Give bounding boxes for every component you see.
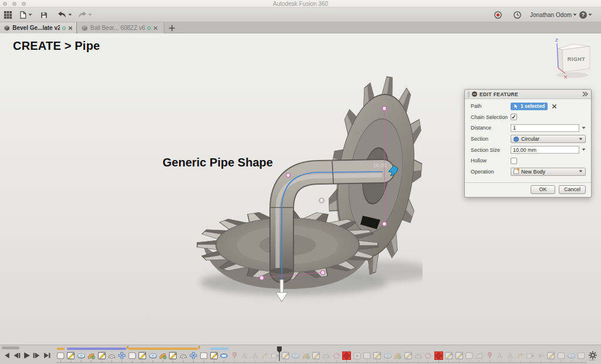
ok-button[interactable]: OK	[531, 185, 555, 194]
timeline-item-pin[interactable]	[485, 351, 494, 360]
record-button[interactable]	[494, 10, 502, 20]
timeline-item-dome[interactable]	[107, 351, 116, 360]
sketch-point[interactable]	[260, 276, 264, 280]
save-button[interactable]	[40, 10, 48, 20]
timeline-item-pattern[interactable]	[189, 351, 198, 360]
data-panel-toggle-button[interactable]	[4, 10, 12, 20]
timeline-item-leftArrow[interactable]	[536, 351, 545, 360]
new-tab-button[interactable]	[168, 24, 176, 32]
timeline-item-box[interactable]	[200, 351, 208, 360]
timeline-item-link[interactable]	[220, 351, 228, 360]
viewcube-face-label[interactable]: RIGHT	[568, 56, 586, 62]
timeline-track[interactable]: //////	[0, 345, 601, 364]
timeline-item-sketch[interactable]	[404, 351, 413, 360]
redo-button[interactable]	[77, 10, 92, 20]
timeline-item-dome[interactable]	[179, 351, 188, 360]
timeline-item-pattern[interactable]	[117, 351, 126, 360]
timeline-settings-button[interactable]	[588, 351, 597, 360]
timeline-group-bar[interactable]	[129, 348, 198, 350]
timeline-item-thread[interactable]	[516, 351, 525, 360]
operation-select[interactable]: New Body	[511, 168, 586, 176]
section-select[interactable]: Circular	[511, 135, 586, 143]
timeline-item-sweep[interactable]	[302, 351, 310, 360]
timeline-item-sketch[interactable]	[66, 351, 75, 360]
timeline-group-bar[interactable]	[210, 348, 228, 350]
timeline-item-jointA[interactable]	[495, 351, 504, 360]
dialog-header[interactable]: EDIT FEATURE	[465, 90, 591, 99]
close-icon[interactable]	[68, 26, 73, 30]
document-tabbar: Bevel Ge...late v2* Ball Bear... 608ZZ v…	[0, 22, 601, 33]
field-label: Distance	[471, 125, 491, 131]
hollow-row: Hollow	[465, 155, 591, 166]
timeline-item-jointA[interactable]	[506, 351, 515, 360]
path-selection-chip[interactable]: 1 selected	[511, 103, 548, 110]
collapse-circle-icon[interactable]	[472, 91, 477, 97]
tab-bevel-gear[interactable]: Bevel Ge...late v2*	[0, 22, 77, 33]
timeline-item-box[interactable]	[557, 351, 566, 360]
undo-button[interactable]	[58, 10, 72, 20]
timeline-item-sweep[interactable]	[393, 351, 402, 360]
timeline-item-revolve[interactable]	[291, 351, 300, 360]
timeline-item-jointA[interactable]	[251, 351, 259, 360]
timeline-item-pattern[interactable]	[342, 351, 351, 360]
timeline-item-revolve[interactable]	[567, 351, 576, 360]
cancel-button[interactable]: Cancel	[559, 185, 586, 194]
timeline-item-pin[interactable]	[230, 351, 239, 360]
hollow-checkbox[interactable]	[511, 158, 517, 164]
timeline-group-bar[interactable]	[67, 348, 126, 350]
chevron-down-icon[interactable]	[582, 127, 586, 130]
chain-selection-checkbox[interactable]: ✓	[511, 114, 517, 120]
distance-input[interactable]	[511, 124, 579, 132]
sketch-point[interactable]	[383, 107, 387, 111]
timeline-item-box[interactable]	[465, 351, 474, 360]
timeline-item-sketch[interactable]	[546, 351, 555, 360]
expand-chevrons-icon[interactable]	[582, 91, 588, 97]
timeline-item-sketch[interactable]	[97, 351, 106, 360]
timeline-item-pattern[interactable]	[434, 351, 443, 360]
timeline-item-export[interactable]	[526, 351, 535, 360]
timeline-item-loft[interactable]	[475, 351, 484, 360]
timeline-item-dome[interactable]	[414, 351, 423, 360]
viewcube[interactable]: RIGHT Z X	[543, 36, 599, 86]
timeline-item-box[interactable]	[56, 351, 65, 360]
help-menu[interactable]: ?	[579, 10, 592, 20]
timeline-item-box[interactable]	[363, 351, 372, 360]
timeline-item-sketch[interactable]	[312, 351, 320, 360]
timeline-group-bar[interactable]	[57, 348, 65, 350]
timeline-item-thread[interactable]	[261, 351, 269, 360]
timeline-item-coil[interactable]	[332, 351, 341, 360]
history-button[interactable]	[513, 10, 522, 20]
timeline-item-sweep[interactable]	[158, 351, 167, 360]
timeline-item-sketch[interactable]	[373, 351, 381, 360]
timeline-item-sketch[interactable]	[281, 351, 290, 360]
chevron-down-icon[interactable]	[582, 148, 586, 151]
timeline-item-sketch[interactable]	[168, 351, 177, 360]
sketch-point[interactable]	[286, 174, 291, 178]
section-size-input[interactable]	[511, 146, 579, 154]
timeline-item-hole[interactable]	[353, 351, 362, 360]
file-menu-button[interactable]	[19, 10, 32, 20]
sketch-point[interactable]	[383, 222, 387, 226]
drag-grip-icon[interactable]	[468, 91, 470, 97]
timeline-item-coil[interactable]	[424, 351, 433, 360]
tab-ball-bearing[interactable]: Ball Bear... 608ZZ v6	[77, 22, 164, 33]
timeline-item-sketch[interactable]	[210, 351, 218, 360]
timeline-item-revolve[interactable]	[383, 351, 392, 360]
timeline-item-dome[interactable]	[322, 351, 330, 360]
timeline-item-revolve[interactable]	[148, 351, 157, 360]
timeline-item-sketch[interactable]	[138, 351, 147, 360]
user-menu[interactable]: Jonathan Odom	[530, 10, 577, 20]
timeline-item-jointA[interactable]	[240, 351, 249, 360]
timeline-playhead[interactable]	[276, 346, 282, 362]
path-midpoint-marker[interactable]	[319, 198, 324, 203]
timeline-item-revolve[interactable]	[77, 351, 86, 360]
timeline-item-box[interactable]	[577, 351, 586, 360]
timeline-item-sweep[interactable]	[87, 351, 96, 360]
timeline-item-sketch[interactable]	[455, 351, 464, 360]
sketch-point[interactable]	[321, 271, 325, 275]
clear-selection-icon[interactable]	[552, 104, 557, 109]
timeline-item-box[interactable]	[128, 351, 137, 360]
close-icon[interactable]	[153, 26, 158, 30]
timeline-item-sketch[interactable]	[444, 351, 453, 360]
model-viewport[interactable]: CREATE > Pipe Generic Pipe Shape	[0, 33, 601, 345]
